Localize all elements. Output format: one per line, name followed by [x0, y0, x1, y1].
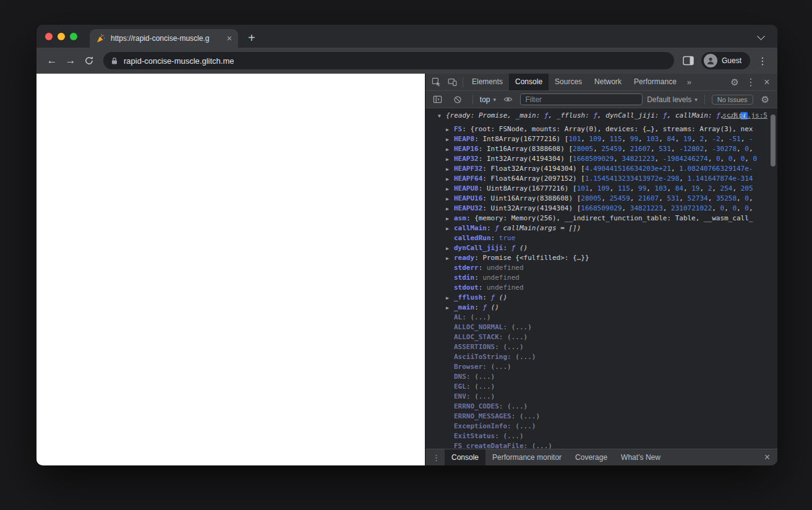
drawer-tab-what-s-new[interactable]: What’s New — [614, 449, 667, 465]
disclosure-triangle[interactable]: ▼ — [438, 111, 446, 121]
devtools-tab-network[interactable]: Network — [588, 74, 628, 90]
log-levels-selector[interactable]: Default levels ▾ — [647, 95, 698, 104]
console-row-ready[interactable]: ▶ready: Promise {<fulfilled>: {…}} — [425, 253, 777, 263]
chevron-down-icon — [757, 32, 765, 40]
address-bar[interactable]: rapid-concise-muscle.glitch.me — [103, 52, 674, 69]
expand-getter[interactable]: (...) — [515, 422, 536, 430]
console-row-FS[interactable]: ▶FS: {root: FSNode, mounts: Array(0), de… — [425, 124, 777, 134]
console-row-HEAPF32[interactable]: ▶HEAPF32: Float32Array(4194304) [4.49044… — [425, 164, 777, 174]
disclosure-triangle[interactable]: ▶ — [446, 214, 454, 223]
scrollbar-thumb[interactable] — [771, 115, 776, 166]
browser-window: https://rapid-concise-muscle.g × + ← → r… — [36, 25, 777, 465]
expand-getter[interactable]: (...) — [532, 442, 552, 449]
devtools-close-icon[interactable]: × — [759, 74, 775, 90]
disclosure-triangle[interactable]: ▶ — [446, 303, 454, 313]
page-viewport[interactable] — [36, 74, 425, 465]
devtools-tab-elements[interactable]: Elements — [466, 74, 509, 90]
expand-getter[interactable]: (...) — [503, 432, 523, 440]
console-row-HEAP32[interactable]: ▶HEAP32: Int32Array(4194304) [1668509029… — [425, 154, 777, 164]
disclosure-triangle[interactable]: ▶ — [446, 293, 454, 303]
console-filter-input[interactable] — [520, 93, 643, 105]
forward-button[interactable]: → — [61, 51, 80, 70]
ban-icon — [453, 95, 462, 104]
issues-counter[interactable]: No Issues — [712, 95, 753, 105]
expand-getter[interactable]: (...) — [474, 373, 495, 381]
drawer-tab-performance-monitor[interactable]: Performance monitor — [485, 449, 568, 465]
disclosure-triangle[interactable]: ▶ — [446, 175, 454, 184]
console-row-object-preview[interactable]: ▼{ready: Promise, _main: ƒ, _fflush: ƒ, … — [425, 111, 777, 121]
property-name: ERRNO_CODES — [454, 402, 499, 410]
device-toolbar-button[interactable] — [444, 74, 460, 90]
eye-icon — [503, 95, 513, 104]
more-tabs-icon[interactable]: » — [683, 77, 696, 87]
property-name: HEAPU8 — [454, 184, 479, 192]
disclosure-triangle[interactable]: ▶ — [446, 125, 454, 134]
browser-tab[interactable]: https://rapid-concise-muscle.g × — [90, 29, 238, 48]
disclosure-triangle[interactable]: ▶ — [446, 184, 454, 194]
console-row-_main[interactable]: ▶_main: ƒ () — [425, 303, 777, 313]
reload-button[interactable] — [80, 51, 98, 70]
disclosure-triangle[interactable]: ▶ — [446, 145, 454, 154]
console-row-HEAP16[interactable]: ▶HEAP16: Int16Array(8388608) [28005, 254… — [425, 144, 777, 154]
console-row-HEAPF64[interactable]: ▶HEAPF64: Float64Array(2097152) [1.15454… — [425, 174, 777, 184]
console-row-callMain[interactable]: ▶callMain: ƒ callMain(args = []) — [425, 223, 777, 233]
drawer-tab-console[interactable]: Console — [445, 449, 485, 465]
maximize-window-button[interactable] — [70, 33, 77, 40]
disclosure-triangle[interactable]: ▶ — [446, 204, 454, 214]
clear-console-button[interactable] — [450, 92, 465, 108]
property-name: HEAPU16 — [454, 194, 482, 202]
devtools-tab-sources[interactable]: Sources — [549, 74, 588, 90]
disclosure-triangle[interactable]: ▶ — [446, 224, 454, 233]
close-window-button[interactable] — [45, 33, 53, 40]
devtools-settings-icon[interactable]: ⚙ — [727, 74, 743, 90]
drawer-tab-coverage[interactable]: Coverage — [568, 449, 614, 465]
back-button[interactable]: ← — [43, 51, 61, 70]
drawer-menu-icon[interactable]: ⋮ — [428, 453, 445, 462]
disclosure-triangle[interactable]: ▶ — [446, 135, 454, 144]
console-row-HEAP8[interactable]: ▶HEAP8: Int8Array(16777216) [101, 109, 1… — [425, 134, 777, 144]
inspect-element-button[interactable] — [428, 74, 444, 90]
console-row-dynCall_jiji[interactable]: ▶dynCall_jiji: ƒ () — [425, 243, 777, 253]
disclosure-triangle[interactable]: ▶ — [446, 244, 454, 253]
profile-chip[interactable]: Guest — [701, 52, 750, 69]
minimize-window-button[interactable] — [58, 33, 65, 40]
console-settings-icon[interactable]: ⚙ — [758, 92, 773, 108]
context-label: top — [480, 95, 490, 104]
expand-getter[interactable]: (...) — [503, 343, 523, 351]
console-row-ALLOC_NORMAL: ALLOC_NORMAL: (...) — [425, 322, 777, 332]
disclosure-triangle[interactable]: ▶ — [446, 194, 454, 204]
console-row-asm[interactable]: ▶asm: {memory: Memory(256), __indirect_f… — [425, 214, 777, 223]
window-controls — [45, 33, 77, 40]
new-tab-button[interactable]: + — [246, 31, 258, 45]
expand-getter[interactable]: (...) — [474, 382, 495, 391]
source-link[interactable]: script.js:5 — [722, 111, 767, 121]
execution-context-selector[interactable]: top ▾ — [480, 95, 496, 104]
side-panel-button[interactable] — [679, 51, 698, 70]
live-expression-button[interactable] — [500, 92, 516, 108]
expand-getter[interactable]: (...) — [515, 353, 536, 361]
expand-getter[interactable]: (...) — [519, 412, 540, 420]
drawer-close-icon[interactable]: × — [759, 452, 775, 463]
expand-getter[interactable]: (...) — [507, 333, 528, 341]
console-sidebar-toggle[interactable] — [430, 92, 445, 108]
disclosure-triangle[interactable]: ▶ — [446, 155, 454, 164]
tab-search-button[interactable] — [758, 33, 764, 39]
console-row-HEAPU32[interactable]: ▶HEAPU32: Uint32Array(4194304) [16685090… — [425, 204, 777, 214]
disclosure-triangle[interactable]: ▶ — [446, 165, 454, 174]
expand-getter[interactable]: (...) — [474, 392, 495, 400]
devtools-menu-icon[interactable]: ⋮ — [743, 74, 759, 90]
console-row-HEAPU8[interactable]: ▶HEAPU8: Uint8Array(16777216) [101, 109,… — [425, 184, 777, 194]
devtools-tab-performance[interactable]: Performance — [628, 74, 683, 90]
browser-menu-button[interactable]: ⋮ — [754, 55, 771, 67]
expand-getter[interactable]: (...) — [491, 363, 511, 371]
tab-close-icon[interactable]: × — [226, 33, 233, 43]
console-row-_fflush[interactable]: ▶_fflush: ƒ () — [425, 293, 777, 303]
disclosure-triangle[interactable]: ▶ — [446, 254, 454, 263]
expand-getter[interactable]: (...) — [511, 323, 532, 331]
console-row-HEAPU16[interactable]: ▶HEAPU16: Uint16Array(8388608) [28005, 2… — [425, 194, 777, 204]
expand-getter[interactable]: (...) — [507, 402, 528, 410]
devtools-tab-console[interactable]: Console — [509, 74, 549, 90]
expand-getter[interactable]: (...) — [471, 313, 491, 321]
console-output[interactable]: ▼{ready: Promise, _main: ƒ, _fflush: ƒ, … — [425, 108, 777, 449]
property-name: calledRun — [454, 234, 491, 242]
